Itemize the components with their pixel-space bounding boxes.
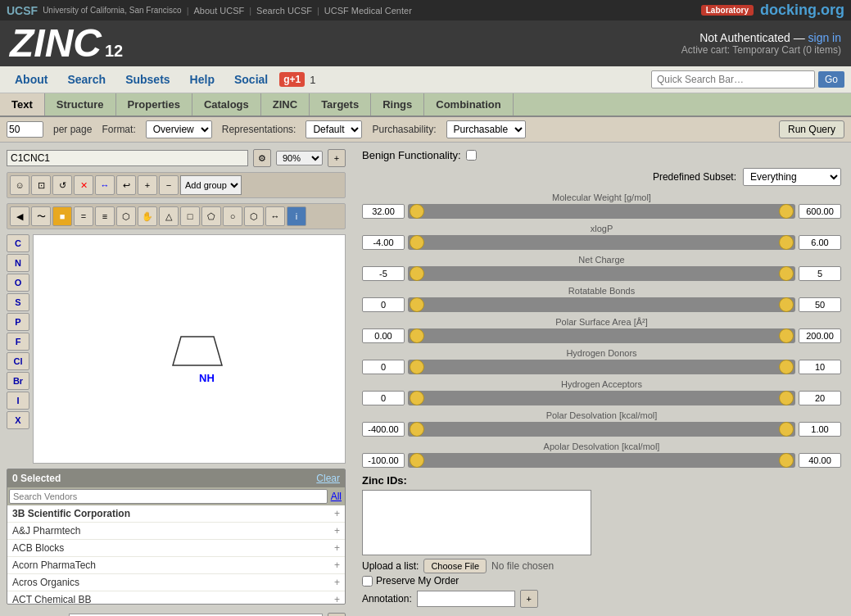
slider-polar-desolv-right-handle[interactable] [779, 422, 794, 437]
elem-C[interactable]: C [7, 234, 29, 252]
vendor-add-acros-icon[interactable]: + [334, 577, 340, 588]
elem-X[interactable]: X [7, 411, 29, 429]
choose-file-button[interactable]: Choose File [423, 559, 487, 573]
smiles-input[interactable] [7, 150, 248, 166]
zoom-select[interactable]: 50%75%90%100%125%150% [276, 151, 323, 165]
slider-hacc-track[interactable] [408, 391, 795, 405]
subnav-text[interactable]: Text [0, 93, 45, 116]
tool-minus[interactable]: − [159, 175, 179, 195]
slider-polar-desolv-left-handle[interactable] [410, 422, 424, 437]
tool-smiley[interactable]: ☺ [10, 175, 29, 195]
tool-hexagon[interactable]: ⬡ [116, 206, 136, 226]
slider-hdon-track[interactable] [408, 360, 795, 374]
slider-apolar-desolv-left-handle[interactable] [410, 453, 424, 468]
sign-in-link[interactable]: sign in [808, 31, 841, 44]
elem-O[interactable]: O [7, 274, 29, 292]
slider-net-charge-left-handle[interactable] [410, 266, 424, 281]
elem-F[interactable]: F [7, 333, 29, 351]
vendor-item-acb[interactable]: ACB Blocks + [7, 540, 345, 557]
about-ucsf-link[interactable]: About UCSF [194, 6, 245, 16]
elem-N[interactable]: N [7, 254, 29, 272]
tool-circle[interactable]: ○ [223, 206, 242, 226]
slider-mol-weight-right-handle[interactable] [779, 204, 794, 219]
elem-I[interactable]: I [7, 392, 29, 410]
vendor-all-link[interactable]: All [329, 489, 343, 504]
slider-hdon-right-handle[interactable] [779, 360, 794, 374]
elem-P[interactable]: P [7, 313, 29, 331]
slider-rot-bonds-left-handle[interactable] [410, 297, 424, 312]
elem-Cl[interactable]: Cl [7, 352, 29, 370]
quick-search-input[interactable] [651, 70, 815, 88]
vendor-code-add-btn[interactable]: + [328, 613, 346, 616]
slider-xlogp-left-handle[interactable] [410, 235, 424, 250]
tool-heptagon[interactable]: ⬡ [244, 206, 264, 226]
tool-wave[interactable]: 〜 [31, 206, 51, 226]
subnav-zinc[interactable]: ZINC [261, 93, 310, 116]
slider-psa-left-handle[interactable] [410, 328, 424, 343]
slider-rot-bonds-track[interactable] [408, 297, 795, 312]
vendor-add-acb-icon[interactable]: + [334, 542, 340, 554]
tool-arrow-left[interactable]: ◀ [10, 206, 29, 226]
tool-square[interactable]: □ [180, 206, 200, 226]
slider-mol-weight-left-handle[interactable] [410, 204, 424, 219]
vendor-item-aj[interactable]: A&J Pharmtech + [7, 523, 345, 540]
subnav-rings[interactable]: Rings [371, 93, 424, 116]
subnav-targets[interactable]: Targets [310, 93, 371, 116]
gplus-badge[interactable]: g+1 [279, 72, 305, 87]
slider-psa-track[interactable] [408, 328, 795, 343]
vendor-item-act[interactable]: ACT Chemical BB + [7, 591, 345, 604]
vendor-item-acros[interactable]: Acros Organics + [7, 574, 345, 591]
nav-search[interactable]: Search [59, 70, 114, 89]
tool-pentagon[interactable]: ⬠ [201, 206, 221, 226]
slider-polar-desolv-track[interactable] [408, 422, 795, 437]
slider-mol-weight-track[interactable] [408, 204, 795, 219]
tool-triple[interactable]: ≡ [95, 206, 115, 226]
slider-apolar-desolv-right-handle[interactable] [779, 453, 794, 468]
slider-psa-right-handle[interactable] [779, 328, 794, 343]
nav-social[interactable]: Social [226, 70, 276, 89]
repr-select[interactable]: Default2D3D [306, 120, 362, 138]
vendor-clear-link[interactable]: Clear [316, 473, 340, 484]
subnav-properties[interactable]: Properties [116, 93, 192, 116]
vendor-add-acorn-icon[interactable]: + [334, 559, 340, 571]
add-group-select[interactable]: Add group [180, 175, 242, 195]
medical-center-link[interactable]: UCSF Medical Center [324, 6, 412, 16]
tool-flip[interactable]: ↔ [95, 175, 115, 195]
add-icon-btn[interactable]: + [328, 149, 346, 167]
predefined-select[interactable]: Everything Drug-like Fragment-like Lead-… [743, 168, 841, 186]
tool-undo[interactable]: ↩ [116, 175, 136, 195]
benign-checkbox[interactable] [466, 150, 477, 161]
nav-subsets[interactable]: Subsets [117, 70, 178, 89]
subnav-catalogs[interactable]: Catalogs [192, 93, 261, 116]
slider-xlogp-track[interactable] [408, 235, 795, 250]
settings-icon-btn[interactable]: ⚙ [253, 149, 271, 167]
annotation-add-btn[interactable]: + [520, 590, 538, 608]
vendor-item-acorn[interactable]: Acorn PharmaTech + [7, 557, 345, 574]
tool-rotate[interactable]: ↺ [52, 175, 72, 195]
purch-select[interactable]: PurchasableAllIn Stock [446, 120, 526, 138]
subnav-structure[interactable]: Structure [45, 93, 116, 116]
zinc-ids-textarea[interactable] [362, 490, 591, 555]
slider-net-charge-track[interactable] [408, 266, 795, 281]
preserve-order-checkbox[interactable] [362, 576, 373, 587]
tool-lasso[interactable]: ⊡ [31, 175, 51, 195]
vendor-add-aj-icon[interactable]: + [334, 525, 340, 537]
vendor-add-3b-icon[interactable]: + [334, 508, 340, 519]
slider-hacc-right-handle[interactable] [779, 391, 794, 405]
per-page-input[interactable] [7, 121, 43, 138]
tool-triangle[interactable]: △ [159, 206, 179, 226]
elem-S[interactable]: S [7, 293, 29, 311]
subnav-combination[interactable]: Combination [424, 93, 513, 116]
tool-plus[interactable]: + [138, 175, 157, 195]
slider-net-charge-right-handle[interactable] [779, 266, 794, 281]
search-ucsf-link[interactable]: Search UCSF [256, 6, 312, 16]
slider-hdon-left-handle[interactable] [410, 360, 424, 374]
vendor-add-act-icon[interactable]: + [334, 594, 340, 604]
go-button[interactable]: Go [818, 71, 844, 88]
tool-eq[interactable]: = [74, 206, 93, 226]
slider-hacc-left-handle[interactable] [410, 391, 424, 405]
vendor-search-input[interactable] [9, 489, 328, 504]
slider-xlogp-right-handle[interactable] [779, 235, 794, 250]
nav-about[interactable]: About [7, 70, 56, 89]
slider-apolar-desolv-track[interactable] [408, 453, 795, 468]
